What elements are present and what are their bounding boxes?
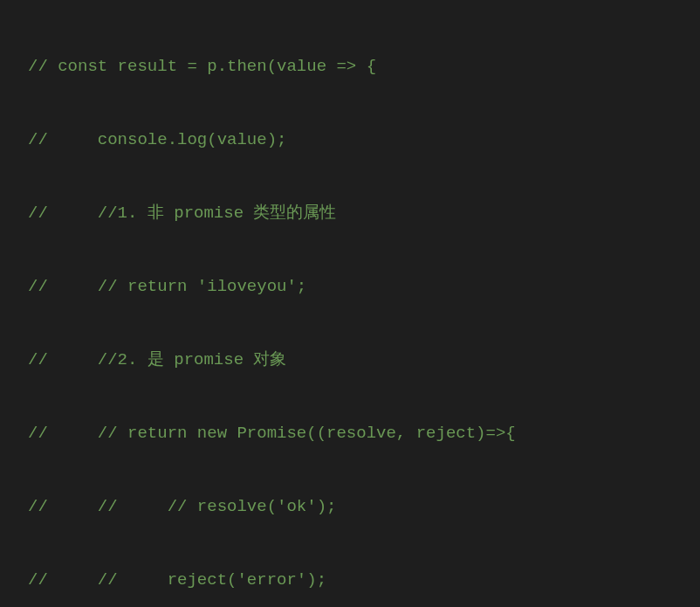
code-line: // // return 'iloveyou'; bbox=[0, 274, 700, 299]
comment-cjk: 非 bbox=[148, 203, 164, 223]
comment-text: // const result = p.then(value => { bbox=[28, 57, 376, 76]
comment-text: promise bbox=[164, 350, 254, 369]
comment-text: // //2. bbox=[28, 350, 148, 369]
comment-text: // // reject('error'); bbox=[28, 570, 326, 590]
comment-cjk: 是 bbox=[148, 350, 164, 369]
comment-text: promise bbox=[164, 203, 254, 223]
code-line: // const result = p.then(value => { bbox=[0, 54, 700, 79]
code-line: // // reject('error'); bbox=[0, 568, 700, 592]
comment-cjk: 对象 bbox=[253, 350, 286, 369]
comment-text: // //1. bbox=[28, 203, 148, 223]
comment-text: // // return 'iloveyou'; bbox=[28, 277, 306, 296]
comment-cjk: 类型的属性 bbox=[253, 203, 336, 223]
comment-text: // console.log(value); bbox=[28, 130, 286, 149]
code-line: // // return new Promise((resolve, rejec… bbox=[0, 421, 700, 445]
comment-text: // // // resolve('ok'); bbox=[28, 497, 336, 516]
comment-text: // // return new Promise((resolve, rejec… bbox=[28, 424, 516, 443]
code-line: // // // resolve('ok'); bbox=[0, 494, 700, 519]
code-line: // //1. 非 promise 类型的属性 bbox=[0, 201, 700, 225]
code-line: // console.log(value); bbox=[0, 128, 700, 152]
code-line: // //2. 是 promise 对象 bbox=[0, 348, 700, 372]
code-editor[interactable]: // const result = p.then(value => { // c… bbox=[0, 0, 700, 607]
